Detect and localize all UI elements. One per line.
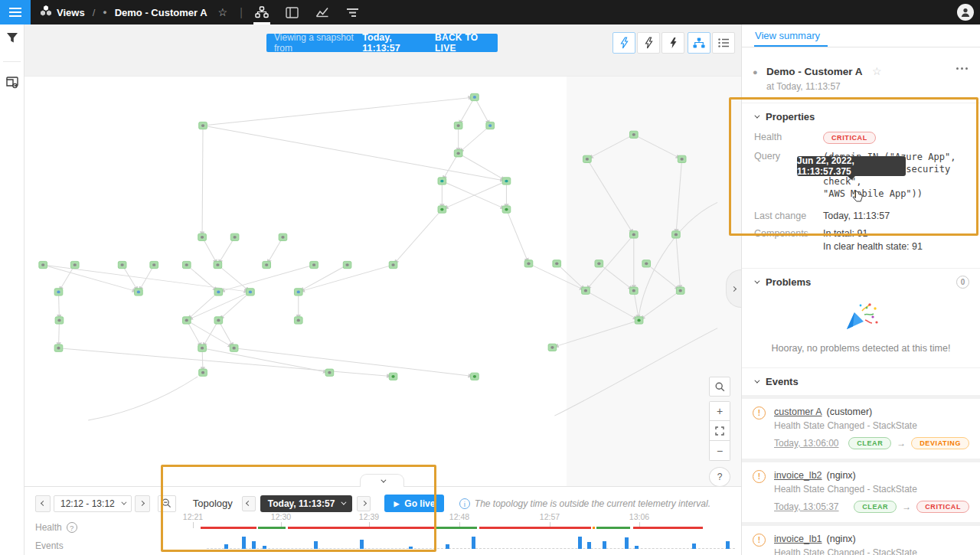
health-segment-red[interactable] — [288, 527, 435, 529]
filter-icon[interactable] — [0, 24, 24, 51]
event-component-link[interactable]: customer A — [774, 406, 822, 417]
topology-node[interactable] — [486, 122, 495, 129]
go-live-button[interactable]: ▶ Go live — [384, 495, 444, 512]
topology-node[interactable] — [182, 261, 191, 268]
topology-node[interactable] — [214, 261, 222, 268]
topology-node[interactable] — [310, 261, 318, 268]
event-card[interactable]: invoice_lb2 (nginx) Health State Changed… — [742, 462, 980, 522]
lightning-outline-dark-button[interactable] — [637, 32, 660, 54]
view-settings-icon[interactable] — [0, 70, 24, 96]
topology-node[interactable] — [629, 231, 638, 238]
topology-time-select[interactable]: Today, 11:13:57 — [260, 495, 353, 512]
topology-node[interactable] — [629, 287, 638, 294]
topology-node[interactable] — [54, 289, 63, 295]
topology-node[interactable] — [182, 317, 191, 324]
topology-node[interactable] — [118, 261, 126, 268]
topology-node[interactable] — [582, 287, 590, 294]
event-component-link[interactable]: invoice_lb2 — [774, 470, 822, 481]
help-button[interactable]: ? — [709, 467, 730, 487]
health-segment-green[interactable] — [436, 527, 477, 529]
topology-time-next-button[interactable] — [357, 496, 371, 511]
topology-node[interactable] — [199, 369, 207, 376]
last-change-value[interactable]: Today, 11:13:57 — [823, 211, 890, 221]
topology-node[interactable] — [678, 155, 686, 162]
event-bar[interactable] — [263, 546, 266, 549]
lightning-filled-button[interactable] — [662, 32, 684, 54]
fit-to-screen-button[interactable] — [709, 421, 730, 441]
event-bar[interactable] — [726, 541, 730, 549]
topology-node[interactable] — [198, 233, 207, 240]
health-help-icon[interactable] — [67, 522, 77, 533]
event-time-link[interactable]: Today, 13:06:00 — [774, 438, 839, 449]
back-to-live-button[interactable]: BACK TO LIVE — [435, 32, 490, 54]
timeline-collapse-tab[interactable] — [360, 474, 404, 487]
topology-canvas[interactable]: + − ? — [24, 77, 741, 486]
event-bar[interactable] — [252, 541, 256, 549]
topology-node[interactable] — [635, 317, 643, 324]
topology-node[interactable] — [389, 373, 397, 380]
event-bar[interactable] — [446, 544, 449, 549]
topology-node[interactable] — [343, 261, 351, 268]
event-bar[interactable] — [472, 537, 475, 549]
event-bar[interactable] — [603, 541, 606, 549]
topology-node[interactable] — [642, 260, 651, 267]
topology-node[interactable] — [294, 289, 302, 295]
topology-node[interactable] — [471, 93, 479, 100]
topology-node[interactable] — [471, 373, 479, 380]
health-segment-green[interactable] — [258, 527, 286, 529]
topology-node[interactable] — [672, 231, 681, 238]
hamburger-menu-icon[interactable] — [0, 0, 31, 24]
range-prev-button[interactable] — [35, 495, 51, 512]
event-bar[interactable] — [242, 537, 246, 549]
topology-node[interactable] — [553, 260, 561, 267]
user-avatar[interactable] — [957, 4, 974, 21]
snapshot-time[interactable]: Today, 11:13:57 — [362, 32, 420, 54]
breadcrumb-view-name[interactable]: Demo - Customer A — [115, 7, 207, 18]
health-segment-green[interactable] — [596, 527, 630, 529]
event-card[interactable]: invoice_lb1 (nginx) Health State Changed… — [742, 526, 980, 555]
event-bar[interactable] — [635, 546, 639, 549]
health-segment-red[interactable] — [479, 527, 591, 529]
topology-node[interactable] — [55, 317, 64, 324]
star-icon[interactable]: ☆ — [218, 6, 228, 18]
topology-node[interactable] — [135, 289, 143, 295]
zoom-out-button[interactable]: − — [709, 441, 730, 461]
tab-view-summary[interactable]: View summary — [755, 30, 820, 41]
event-bar[interactable] — [692, 544, 696, 549]
topology-node[interactable] — [279, 233, 287, 240]
range-next-button[interactable] — [135, 495, 150, 512]
topology-node[interactable] — [230, 344, 238, 351]
time-range-select[interactable]: 12:12 - 13:12 — [54, 495, 132, 512]
lightning-outline-blue-button[interactable] — [612, 32, 635, 54]
zoom-in-button[interactable]: + — [709, 401, 730, 421]
topology-node[interactable] — [247, 289, 255, 295]
topology-node[interactable] — [214, 317, 223, 324]
topology-node[interactable] — [595, 260, 603, 267]
event-component-link[interactable]: invoice_lb1 — [774, 534, 822, 544]
problems-section-header[interactable]: Problems 0 — [742, 268, 980, 295]
event-bar[interactable] — [360, 540, 364, 549]
health-segment-red[interactable] — [201, 527, 256, 529]
event-card[interactable]: customer A (customer) Health State Chang… — [742, 399, 980, 459]
topology-node[interactable] — [70, 261, 79, 268]
topology-node[interactable] — [438, 206, 446, 213]
topology-node[interactable] — [199, 122, 207, 129]
topology-node[interactable] — [548, 344, 557, 351]
topology-node[interactable] — [198, 344, 207, 351]
favorite-star-icon[interactable]: ☆ — [872, 65, 882, 77]
table-view-icon[interactable] — [286, 0, 299, 24]
topology-tab-icon[interactable] — [255, 0, 269, 24]
health-segment-red[interactable] — [633, 527, 703, 529]
list-mode-button[interactable] — [712, 32, 735, 54]
timeline-zoom-out-icon[interactable] — [158, 495, 176, 512]
event-bar[interactable] — [409, 547, 413, 549]
topology-node[interactable] — [150, 261, 158, 268]
topology-node[interactable] — [263, 261, 271, 268]
topology-node[interactable] — [454, 150, 462, 157]
event-bar[interactable] — [578, 537, 582, 549]
topology-node[interactable] — [454, 122, 462, 129]
search-icon[interactable] — [709, 377, 730, 397]
topology-node[interactable] — [39, 261, 47, 268]
event-bar[interactable] — [314, 541, 318, 549]
topology-node[interactable] — [676, 287, 684, 294]
